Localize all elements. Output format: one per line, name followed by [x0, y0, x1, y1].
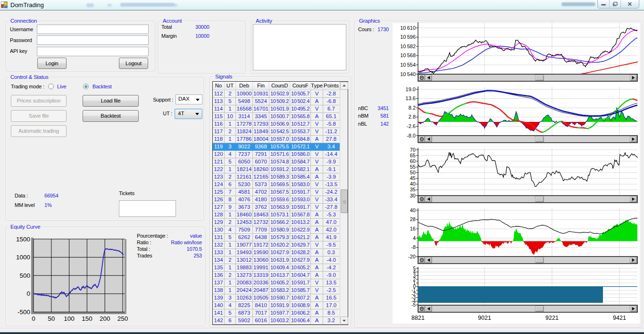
- svg-text:10 554: 10 554: [400, 62, 416, 68]
- svg-text:30: 30: [410, 193, 416, 198]
- svg-text:70: 70: [410, 147, 416, 153]
- svg-text:50: 50: [410, 170, 416, 175]
- svg-text:50: 50: [48, 315, 55, 322]
- svg-text:4: 4: [413, 235, 416, 241]
- svg-text:0: 0: [32, 315, 35, 322]
- svg-text:10 582: 10 582: [400, 43, 416, 49]
- svg-text:65: 65: [410, 153, 416, 158]
- svg-text:40: 40: [410, 181, 416, 187]
- svg-text:9021: 9021: [478, 315, 491, 321]
- svg-text:-20: -20: [408, 254, 416, 259]
- svg-text:8821: 8821: [411, 315, 425, 321]
- svg-text:10 610: 10 610: [400, 25, 416, 31]
- svg-text:200: 200: [100, 315, 110, 322]
- svg-text:-5: -5: [411, 302, 416, 308]
- svg-text:-500: -500: [17, 308, 30, 316]
- svg-text:19.0: 19.0: [406, 86, 416, 92]
- svg-text:10 596: 10 596: [400, 34, 416, 40]
- svg-text:45: 45: [410, 175, 416, 181]
- svg-text:-2.6: -2.6: [407, 123, 416, 129]
- svg-text:9421: 9421: [613, 315, 626, 321]
- svg-text:28: 28: [410, 216, 416, 222]
- svg-text:40: 40: [410, 207, 416, 213]
- svg-text:13.6: 13.6: [406, 95, 416, 101]
- svg-text:150: 150: [82, 315, 92, 322]
- svg-text:60: 60: [410, 158, 416, 164]
- svg-text:250: 250: [117, 315, 128, 322]
- svg-text:500: 500: [19, 272, 30, 279]
- svg-text:16: 16: [410, 226, 416, 231]
- svg-text:10 568: 10 568: [400, 52, 416, 58]
- svg-text:-8.0: -8.0: [407, 133, 416, 138]
- svg-text:9221: 9221: [545, 315, 559, 321]
- svg-text:35: 35: [410, 187, 416, 192]
- svg-text:100: 100: [64, 315, 75, 322]
- svg-text:0: 0: [26, 290, 30, 297]
- svg-text:55: 55: [410, 164, 416, 170]
- svg-text:2.8: 2.8: [409, 114, 416, 120]
- svg-text:8.2: 8.2: [409, 105, 416, 111]
- svg-text:-8: -8: [411, 244, 416, 250]
- svg-text:10 540: 10 540: [400, 71, 416, 77]
